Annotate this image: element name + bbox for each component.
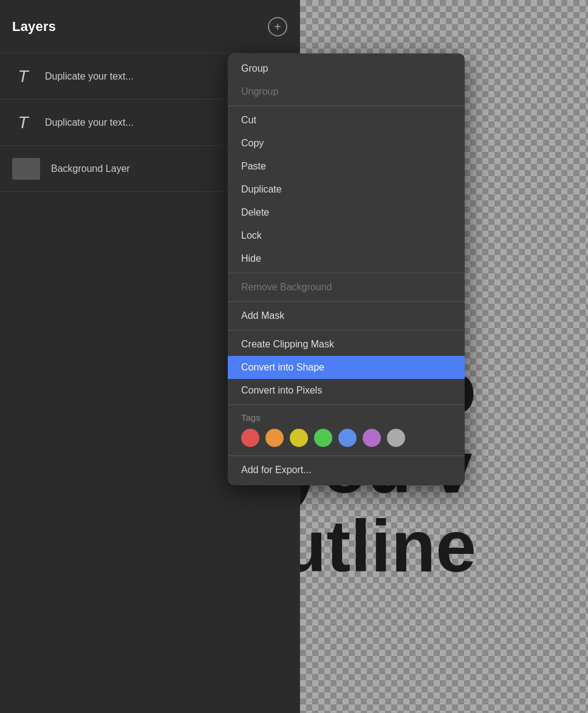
menu-divider — [228, 455, 465, 456]
menu-item-lock[interactable]: Lock — [228, 224, 465, 247]
tags-label: Tags — [241, 412, 451, 423]
layers-title: Layers — [12, 19, 56, 35]
menu-divider — [228, 106, 465, 106]
menu-item-hide[interactable]: Hide — [228, 247, 465, 270]
menu-item-group[interactable]: Group — [228, 57, 465, 80]
context-menu: Group Ungroup Cut Copy Paste Duplicate D… — [228, 53, 465, 485]
layer-thumbnail — [12, 158, 40, 180]
menu-item-ungroup[interactable]: Ungroup — [228, 80, 465, 103]
menu-item-add-for-export[interactable]: Add for Export... — [228, 459, 465, 482]
tag-red[interactable] — [241, 429, 259, 447]
menu-divider — [228, 404, 465, 405]
tag-yellow[interactable] — [290, 429, 308, 447]
layer-name: Duplicate your text... — [45, 117, 134, 128]
plus-icon: + — [274, 21, 281, 33]
menu-item-add-mask[interactable]: Add Mask — [228, 304, 465, 327]
text-layer-icon: T — [12, 112, 34, 134]
add-layer-button[interactable]: + — [268, 17, 287, 36]
menu-item-duplicate[interactable]: Duplicate — [228, 178, 465, 201]
menu-item-create-clipping-mask[interactable]: Create Clipping Mask — [228, 333, 465, 356]
canvas-text-line-4: utline — [300, 504, 476, 588]
menu-divider — [228, 301, 465, 302]
tag-purple[interactable] — [363, 429, 381, 447]
menu-item-convert-into-pixels[interactable]: Convert into Pixels — [228, 379, 465, 402]
layer-name: Duplicate your text... — [45, 71, 134, 82]
layer-name: Background Layer — [51, 163, 130, 174]
menu-item-copy[interactable]: Copy — [228, 132, 465, 155]
tag-green[interactable] — [314, 429, 332, 447]
menu-item-convert-into-shape[interactable]: Convert into Shape — [228, 356, 465, 379]
menu-item-paste[interactable]: Paste — [228, 155, 465, 178]
tag-gray[interactable] — [387, 429, 405, 447]
tags-row — [241, 429, 451, 447]
menu-item-remove-background[interactable]: Remove Background — [228, 276, 465, 299]
menu-divider — [228, 273, 465, 273]
tag-blue[interactable] — [338, 429, 357, 447]
menu-item-delete[interactable]: Delete — [228, 201, 465, 224]
text-layer-icon: T — [12, 66, 34, 87]
tag-orange[interactable] — [265, 429, 284, 447]
menu-divider — [228, 330, 465, 330]
tags-section: Tags — [228, 408, 465, 453]
layers-header: Layers + — [0, 0, 299, 53]
menu-item-cut[interactable]: Cut — [228, 109, 465, 132]
